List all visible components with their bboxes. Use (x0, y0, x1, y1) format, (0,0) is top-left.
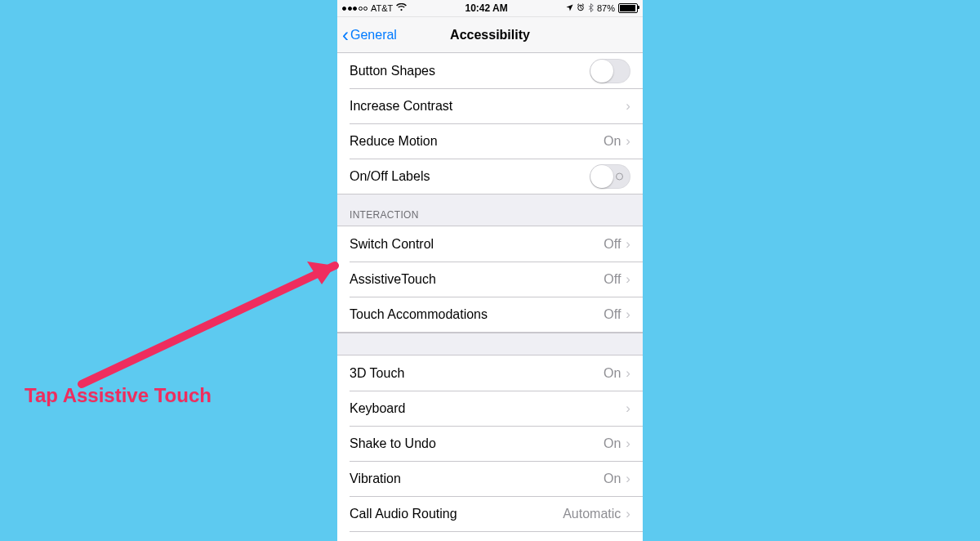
status-time: 10:42 AM (466, 2, 508, 14)
row-label: Keyboard (350, 401, 626, 416)
touch-group: 3D Touch On › Keyboard › Shake to Undo O… (337, 355, 643, 541)
row-increase-contrast[interactable]: Increase Contrast › (337, 88, 643, 123)
location-icon (566, 4, 573, 13)
row-label: Shake to Undo (350, 436, 604, 451)
annotation-label: Tap Assistive Touch (24, 384, 212, 407)
row-keyboard[interactable]: Keyboard › (337, 391, 643, 426)
row-label: Switch Control (350, 237, 604, 252)
row-label: Touch Accommodations (350, 307, 604, 322)
bluetooth-icon (588, 3, 594, 14)
row-shake-to-undo[interactable]: Shake to Undo On › (337, 426, 643, 461)
status-bar: AT&T 10:42 AM 87% (337, 0, 643, 17)
back-button[interactable]: ‹ General (342, 17, 397, 52)
wifi-icon (396, 3, 407, 13)
row-label: Increase Contrast (350, 99, 626, 114)
row-value: On (604, 472, 621, 486)
section-header-interaction: Interaction (337, 194, 643, 226)
row-value: On (604, 436, 621, 451)
row-onoff-labels[interactable]: On/Off Labels (337, 159, 643, 194)
row-label: 3D Touch (350, 366, 604, 381)
phone-frame: AT&T 10:42 AM 87% ‹ General Accessibilit (337, 0, 643, 541)
row-label: AssistiveTouch (350, 272, 604, 287)
chevron-right-icon: › (626, 236, 630, 253)
row-label: Call Audio Routing (350, 507, 563, 521)
row-vibration[interactable]: Vibration On › (337, 461, 643, 496)
group-separator (337, 333, 643, 355)
page-title: Accessibility (450, 28, 530, 42)
annotation-arrow-icon (65, 245, 351, 409)
chevron-right-icon: › (626, 471, 630, 487)
row-label: Reduce Motion (350, 134, 604, 149)
row-3d-touch[interactable]: 3D Touch On › (337, 355, 643, 391)
row-value: Off (604, 237, 621, 252)
chevron-right-icon: › (626, 400, 630, 417)
row-label: Button Shapes (350, 64, 590, 78)
signal-strength-icon (342, 7, 368, 11)
chevron-left-icon: ‹ (342, 25, 349, 45)
vision-group: Button Shapes Increase Contrast › Reduce… (337, 53, 643, 194)
row-value: On (604, 366, 621, 381)
navigation-bar: ‹ General Accessibility (337, 17, 643, 53)
row-call-audio-routing[interactable]: Call Audio Routing Automatic › (337, 496, 643, 531)
row-home-button[interactable]: Home Button Default › (337, 531, 643, 541)
row-reduce-motion[interactable]: Reduce Motion On › (337, 123, 643, 159)
row-switch-control[interactable]: Switch Control Off › (337, 226, 643, 262)
settings-scroll-content[interactable]: Button Shapes Increase Contrast › Reduce… (337, 53, 643, 541)
battery-percentage: 87% (597, 3, 615, 13)
row-value: Off (604, 272, 621, 287)
chevron-right-icon: › (626, 133, 630, 150)
row-label: Vibration (350, 472, 604, 486)
chevron-right-icon: › (626, 506, 630, 522)
row-touch-accommodations[interactable]: Touch Accommodations Off › (337, 297, 643, 332)
back-label: General (350, 28, 397, 42)
chevron-right-icon: › (626, 365, 630, 382)
toggle-onoff-labels[interactable] (590, 164, 630, 189)
alarm-icon (577, 3, 585, 13)
toggle-button-shapes[interactable] (590, 59, 630, 83)
row-value: Off (604, 307, 621, 322)
interaction-group: Switch Control Off › AssistiveTouch Off … (337, 226, 643, 333)
chevron-right-icon: › (626, 306, 630, 323)
row-value: On (604, 134, 621, 149)
chevron-right-icon: › (626, 98, 630, 114)
svg-line-2 (82, 266, 335, 384)
row-assistivetouch[interactable]: AssistiveTouch Off › (337, 262, 643, 297)
carrier-label: AT&T (371, 3, 393, 13)
row-label: On/Off Labels (350, 169, 590, 184)
chevron-right-icon: › (626, 436, 630, 452)
row-button-shapes[interactable]: Button Shapes (337, 53, 643, 88)
svg-marker-3 (307, 262, 335, 284)
chevron-right-icon: › (626, 271, 630, 288)
battery-icon (618, 3, 638, 13)
row-value: Automatic (563, 507, 621, 521)
